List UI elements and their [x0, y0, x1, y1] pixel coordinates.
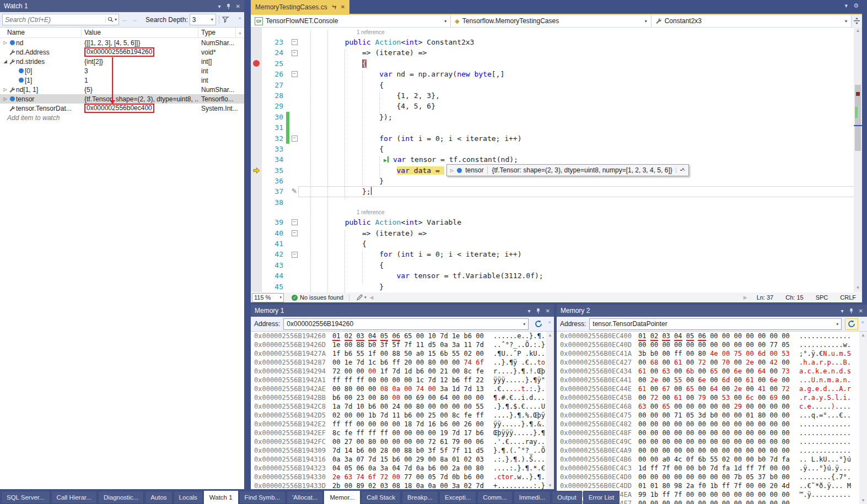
- expander-icon[interactable]: ▷: [2, 87, 8, 92]
- breakpoint-margin[interactable]: [251, 58, 262, 69]
- memory-bytes[interactable]: 00 27 00 80 00 00 00 00 72 61 79 00 06: [332, 437, 488, 446]
- breakpoint-margin[interactable]: [251, 228, 262, 239]
- memory-bytes[interactable]: 00 00 00 00 00 00 00 00 00 00 00 00 00: [638, 437, 794, 446]
- scroll-up-icon[interactable]: ▲: [854, 27, 862, 35]
- breakpoint-margin[interactable]: [251, 37, 262, 47]
- memory-bytes[interactable]: 01 02 03 04 05 06 65 00 10 7d 1e b6 00: [332, 332, 488, 340]
- outlining-margin[interactable]: [290, 281, 298, 292]
- scroll-right-icon[interactable]: ▶: [744, 295, 747, 300]
- scrollbar-up-icon[interactable]: ▲: [236, 28, 244, 37]
- outlining-margin[interactable]: −: [290, 217, 298, 227]
- memory2-scrollbar[interactable]: ▲▼: [859, 332, 867, 504]
- outlining-margin[interactable]: [290, 101, 298, 111]
- type-dropdown[interactable]: ◆ Tensorflow.MemoryTestingCases ▾: [451, 15, 651, 27]
- pin-icon[interactable]: [536, 308, 541, 314]
- refresh-icon[interactable]: [845, 318, 858, 330]
- breakpoint-margin[interactable]: [251, 112, 262, 122]
- breakpoint-margin[interactable]: [251, 217, 262, 227]
- refresh-icon[interactable]: [532, 318, 545, 330]
- memory-row[interactable]: 0x000002556B0EC47500 00 00 71 05 3d b0 0…: [557, 411, 867, 420]
- memory-bytes[interactable]: 01 02 03 04 05 06 00 00 00 00 00 00 00: [638, 332, 794, 340]
- watch-value[interactable]: {int[2]}: [84, 58, 103, 66]
- watch-value[interactable]: 3: [84, 67, 88, 75]
- memory-bytes[interactable]: 72 00 00 00 1f 7d 1d b6 00 21 00 8c fe: [332, 367, 488, 376]
- status-column[interactable]: Ch: 15: [785, 294, 803, 301]
- memory-bytes[interactable]: 01 01 80 98 2a f0 1b ff 7f 00 00 20 4d: [638, 481, 794, 490]
- status-insert-mode[interactable]: SPC: [816, 294, 828, 301]
- memory-row[interactable]: 0x000002556B1942D502 00 00 1b 7d 11 b6 0…: [251, 411, 554, 420]
- watch-search-box[interactable]: ▾: [2, 14, 119, 25]
- codelens-row[interactable]: 1 reference: [251, 208, 862, 217]
- memory-row[interactable]: 0x000002556B1942C81a 7d 10 b6 00 24 00 8…: [251, 402, 554, 411]
- code-editor[interactable]: 1 reference23− public Action<int> Consta…: [251, 28, 862, 292]
- outlining-margin[interactable]: −: [290, 133, 298, 144]
- document-tab[interactable]: MemoryTestingCases.cs ✕: [251, 0, 349, 14]
- memory1-address-input[interactable]: 0x000002556B194260▾: [283, 318, 529, 330]
- memory-bytes[interactable]: 61 00 63 00 6b 00 65 00 6e 00 64 00 73: [638, 367, 794, 376]
- close-icon[interactable]: ✕: [859, 308, 863, 314]
- gear-icon[interactable]: ⚙: [853, 2, 859, 9]
- window-menu-icon[interactable]: ▾: [218, 3, 221, 9]
- tool-tab-breakp[interactable]: Breakp...: [402, 491, 438, 504]
- outlining-margin[interactable]: [290, 208, 298, 217]
- memory-bytes[interactable]: 00 00 00 00 00 00 00 00 00 00 00 77 05: [638, 340, 794, 349]
- memory-row[interactable]: 0x000002556B0EC40D00 00 00 00 00 00 00 0…: [557, 340, 867, 349]
- split-window-button[interactable]: [852, 15, 862, 27]
- tool-tab-excepti[interactable]: Excepti...: [439, 491, 476, 504]
- outlining-margin[interactable]: −: [290, 47, 298, 58]
- watch-row[interactable]: nd.Address0x000002556b194260void*: [0, 47, 244, 57]
- member-dropdown[interactable]: Constant2x3 ▾: [651, 15, 852, 27]
- code-line-43[interactable]: 43 {: [251, 260, 862, 270]
- code-line-39[interactable]: 39− public Action<int> Variable: [251, 217, 862, 227]
- search-input[interactable]: [3, 16, 105, 24]
- tool-tab-immedi[interactable]: Immedi...: [514, 491, 551, 504]
- tool-tab-call-hierar[interactable]: Call Hierar...: [51, 491, 97, 504]
- breakpoint-margin[interactable]: [251, 69, 262, 79]
- issues-status[interactable]: No issues found: [300, 294, 343, 301]
- outlining-margin[interactable]: [290, 165, 298, 176]
- memory-row[interactable]: 0x000002556B0EC49C00 00 00 00 00 00 00 0…: [557, 437, 867, 446]
- breakpoint-margin[interactable]: [251, 165, 262, 176]
- outlining-margin[interactable]: [290, 112, 298, 122]
- memory-row[interactable]: 0x000002556B1942AE00 80 00 00 08 0a 00 7…: [251, 384, 554, 393]
- code-line-32[interactable]: 32− for (int i = 0; i < iterate; i++): [251, 133, 862, 144]
- memory-bytes[interactable]: 04 05 06 0a 3a 04 7d 0a b6 00 2a 00 80: [332, 464, 488, 473]
- code-line-23[interactable]: 23− public Action<int> Constant2x3: [251, 37, 862, 47]
- breakpoint-margin[interactable]: [251, 208, 262, 217]
- memory-bytes[interactable]: 00 68 00 61 00 72 00 70 00 2e 00 42 00: [638, 358, 794, 367]
- memory1-hex-view[interactable]: 0x000002556B19426001 02 03 04 05 06 65 0…: [251, 332, 554, 489]
- tool-tab-comm[interactable]: Comm...: [477, 491, 512, 504]
- memory-row[interactable]: 0x000002556B0EC4B600 00 a0 4c 0f 6b 55 0…: [557, 455, 867, 464]
- memory-row[interactable]: 0x000002556B0EC41A3b b0 00 ff 00 80 4e 0…: [557, 349, 867, 358]
- memory-bytes[interactable]: 2e 63 74 6f 72 00 77 00 05 7d 0b b6 00: [332, 473, 488, 481]
- memory-row[interactable]: 0x000002556B0EC40001 02 03 04 05 06 00 0…: [557, 332, 867, 340]
- memory-bytes[interactable]: 00 1e 7d 1c b6 ff 20 00 80 00 00 74 6f: [332, 358, 488, 367]
- toolbar-overflow-icon[interactable]: ”: [548, 321, 551, 327]
- memory-row[interactable]: 0x000002556B1942A1ff ff ff 00 00 00 00 1…: [251, 376, 554, 384]
- expander-icon[interactable]: ▷: [2, 40, 8, 45]
- outlining-margin[interactable]: −: [290, 228, 298, 239]
- tool-tab-error-list[interactable]: Error List: [583, 491, 620, 504]
- breakpoint-margin[interactable]: [251, 154, 262, 165]
- memory-row[interactable]: 0x000002556B0EC4A900 00 00 00 00 00 00 0…: [557, 446, 867, 455]
- memory-bytes[interactable]: 63 00 65 00 00 00 00 00 29 00 00 00 00: [638, 402, 794, 411]
- zoom-select[interactable]: 115 %▾: [252, 293, 284, 302]
- watch-value[interactable]: {tf.Tensor: shape=(2, 3), dtype=uint8, .…: [84, 95, 198, 103]
- scroll-left-icon[interactable]: ◀: [369, 295, 373, 300]
- breakpoint-margin[interactable]: [251, 176, 262, 186]
- memory-bytes[interactable]: 02 00 00 1b 7d 11 b6 00 25 00 8c fe ff: [332, 411, 488, 420]
- memory-row[interactable]: 0x000002556B0EC48F00 00 00 00 00 00 00 0…: [557, 429, 867, 437]
- pin-icon[interactable]: [849, 308, 854, 314]
- memory-row[interactable]: 0x000002556B0EC4C31d ff 7f 00 00 b0 7d f…: [557, 464, 867, 473]
- outlining-margin[interactable]: [290, 197, 298, 208]
- breakpoint-margin[interactable]: [251, 186, 262, 197]
- watch-row[interactable]: tensor.TensorDat...0x000002556b0ec400Sys…: [0, 104, 244, 113]
- outlining-margin[interactable]: [290, 28, 298, 37]
- code-line-34[interactable]: 34 ▶ var tensor = tf.constant(nd);: [251, 154, 862, 165]
- code-line-41[interactable]: 41 {: [251, 239, 862, 249]
- column-header-value[interactable]: Value: [82, 28, 198, 37]
- watch-row[interactable]: ▷nd[1, 1]{5}NumShar...: [0, 85, 244, 94]
- toolbar-overflow-icon[interactable]: ”: [861, 321, 864, 327]
- memory-bytes[interactable]: 00 72 00 61 00 79 00 53 00 6c 00 69 00: [638, 393, 794, 402]
- project-dropdown[interactable]: C# TensorFlowNET.Console ▾: [251, 15, 451, 27]
